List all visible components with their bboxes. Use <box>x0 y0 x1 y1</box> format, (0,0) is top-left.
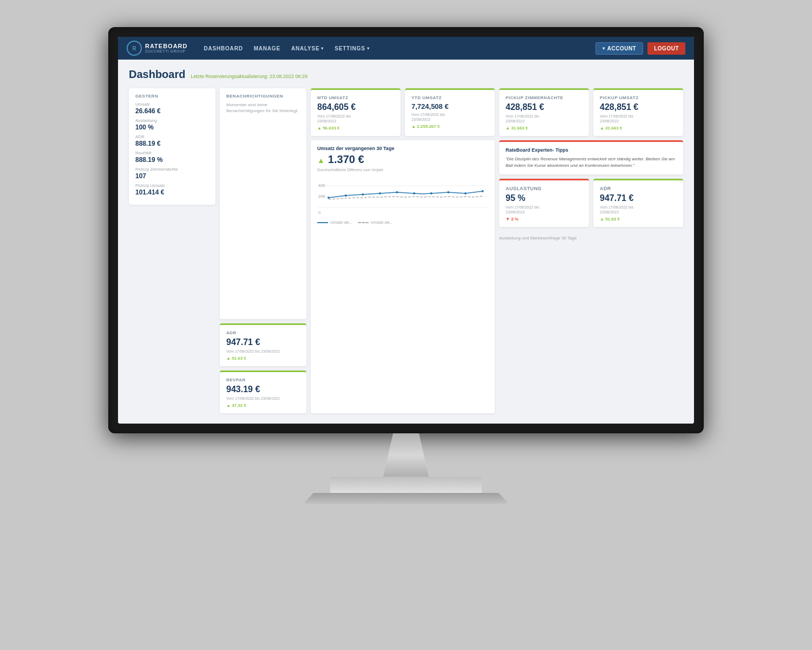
svg-point-12 <box>430 192 433 194</box>
chevron-down-icon: ▾ <box>321 46 324 51</box>
kpi-mtd: MTD Umsatz 864,605 € Vom 17/08/2022 bis2… <box>311 88 401 136</box>
chart-30-card: Umsatz der vergangenen 30 Tage ▲ 1.370 €… <box>311 140 495 413</box>
nav-dashboard[interactable]: DASHBOARD <box>204 46 243 51</box>
chart-legend: Umsatz die... Umsatz die... <box>317 220 488 224</box>
main-content: Dashboard Letzte Reservierungsaktualisie… <box>118 60 694 424</box>
adr-bottom-value: 947.71 € <box>226 337 300 347</box>
auslastung-label: Auslastung <box>506 186 582 191</box>
kpi-mtd-label: MTD Umsatz <box>317 95 394 100</box>
right-kpi-adr: ADR 947.71 € Vom 17/08/2022 bis23/08/202… <box>593 179 683 227</box>
kpi-pickup-zimmer-change: 31.663 € <box>506 126 582 131</box>
account-button[interactable]: ▾ ACCOUNT <box>595 42 643 55</box>
svg-text:0: 0 <box>318 211 320 215</box>
right-kpi-auslastung: Auslastung 95 % Vom 17/08/2022 bis23/08/… <box>499 179 589 227</box>
kpi-ytd-value: 7,724,508 € <box>411 102 488 110</box>
revpar-bottom-value: 943.19 € <box>226 385 300 394</box>
pickup-umsatz-value: 101.414 € <box>135 188 209 196</box>
monitor-base-top <box>330 477 482 493</box>
kpi-pickup-umsatz-period: Vom 17/08/2022 bis23/08/2022 <box>600 114 677 123</box>
pickup-zimmer-label: PickUp Zimmernächte <box>135 167 209 172</box>
legend-line-gray <box>358 222 369 223</box>
chart-big-value: 1.370 € <box>328 153 364 166</box>
adr-value: 888.19 € <box>135 140 209 147</box>
umsatz-label: Umsatz <box>135 102 209 107</box>
tips-half: RateBoard Experten- Tipps "Die Disziplin… <box>499 140 683 413</box>
adr-bottom-period: Vom 17/08/2022 bis 23/08/2022 <box>226 349 300 354</box>
legend-label-1: Umsatz die... <box>330 220 352 224</box>
svg-point-15 <box>481 190 483 192</box>
tips-title: RateBoard Experten- Tipps <box>506 147 677 153</box>
kpi-pickup-zimmer: PickUp Zimmernächte 428,851 € Vom 17/08/… <box>499 88 589 136</box>
chart-sub: Durchschnittliche Differenz zum Vorjahr <box>317 168 488 172</box>
tips-card: RateBoard Experten- Tipps "Die Disziplin… <box>499 140 683 174</box>
chevron-down-icon: ▾ <box>603 46 605 51</box>
kpi-pickup-zimmer-period: Vom 17/08/2022 bis23/08/2022 <box>506 114 582 123</box>
svg-point-13 <box>447 191 449 193</box>
svg-point-14 <box>464 192 467 194</box>
revpar-bottom-period: Vom 17/08/2022 bis 23/08/2022 <box>226 396 300 401</box>
logo-text: RATEBOARD ZUCCHETTI GROUP <box>145 43 187 53</box>
dashboard-grid: Gestern Umsatz 26.646 € Auslastung 100 %… <box>129 88 683 413</box>
legend-line-blue <box>317 222 328 223</box>
kpi-ytd-label: YTD Umsatz <box>411 95 488 100</box>
umsatz-value: 26.646 € <box>135 107 209 115</box>
svg-point-9 <box>379 192 381 194</box>
svg-text:20K: 20K <box>318 194 325 199</box>
adr-bottom-change: ▲ 51.63 € <box>226 356 300 361</box>
kpi-ytd-period: Vom 17/08/2022 bis23/08/2022 <box>411 112 488 122</box>
auslastung-label: Auslastung <box>135 118 209 123</box>
legend-label-2: Umsatz die... <box>371 220 393 224</box>
nav-analyse[interactable]: ANALYSE ▾ <box>291 46 324 51</box>
notification-text: Momentan sind keine Benachrichtigungen f… <box>226 102 300 114</box>
page-title: Dashboard <box>129 68 185 81</box>
kpi-ytd: YTD Umsatz 7,724,508 € Vom 17/08/2022 bi… <box>405 88 495 136</box>
col2: Benachrichtigungen Momentan sind keine B… <box>220 88 306 413</box>
logo-sub: ZUCCHETTI GROUP <box>145 49 187 53</box>
kpi-pickup-umsatz-value: 428,851 € <box>600 102 677 112</box>
kpi-mtd-period: Vom 17/08/2022 bis23/08/2022 <box>317 114 394 123</box>
kpi-mtd-change: 56.633 € <box>317 126 394 131</box>
auslastung-change: 2 % <box>506 217 582 222</box>
navbar: R RATEBOARD ZUCCHETTI GROUP DASHBOARD MA… <box>118 37 694 60</box>
revpar-label: RevPAR <box>135 151 209 155</box>
chart-title: Umsatz der vergangenen 30 Tage <box>317 146 488 151</box>
notifications-title: Benachrichtigungen <box>226 94 300 99</box>
gestern-title: Gestern <box>135 94 209 99</box>
monitor-wrapper: R RATEBOARD ZUCCHETTI GROUP DASHBOARD MA… <box>81 27 731 623</box>
monitor-screen: R RATEBOARD ZUCCHETTI GROUP DASHBOARD MA… <box>118 37 694 424</box>
notifications-card: Benachrichtigungen Momentan sind keine B… <box>220 88 306 319</box>
adr-right-value: 947.71 € <box>600 193 677 203</box>
adr-bottom-label: ADR <box>226 330 300 335</box>
kpi-pickup-umsatz-label: Pickup Umsatz <box>600 95 677 100</box>
nav-actions: ▾ ACCOUNT LOGOUT <box>595 42 685 55</box>
svg-point-6 <box>328 197 330 199</box>
kpi-pickup-umsatz-change: 31.663 € <box>600 126 677 131</box>
svg-point-11 <box>413 192 415 194</box>
logout-button[interactable]: LOGOUT <box>647 42 685 55</box>
nav-manage[interactable]: MANAGE <box>254 46 280 51</box>
svg-point-7 <box>345 194 347 197</box>
kpi-ytd-change: 2.255.267 € <box>411 124 488 129</box>
logo-main: RATEBOARD <box>145 43 187 49</box>
monitor-neck <box>374 433 438 477</box>
revpar-value: 888.19 % <box>135 156 209 164</box>
col1: Gestern Umsatz 26.646 € Auslastung 100 %… <box>129 88 215 413</box>
nav-settings[interactable]: SETTINGS ▾ <box>335 46 369 51</box>
right-bottom-kpis: Auslastung 95 % Vom 17/08/2022 bis23/08/… <box>499 179 683 227</box>
adr-label: ADR <box>135 134 209 139</box>
kpi-pickup-zimmer-label: PickUp Zimmernächte <box>506 95 582 100</box>
bottom-footnote: Auslastung und Marktnachfrage 30 Tage <box>499 236 683 240</box>
pickup-umsatz-label: PickUp Umsatz <box>135 183 209 188</box>
legend-item-1: Umsatz die... <box>317 220 352 224</box>
auslastung-pct-value: 95 % <box>506 193 582 203</box>
kpi-mtd-value: 864,605 € <box>317 102 394 112</box>
nav-links: DASHBOARD MANAGE ANALYSE ▾ SETTINGS ▾ <box>204 46 585 51</box>
tips-text: "Die Disziplin des Revenue Managements e… <box>506 156 677 169</box>
adr-bottom-card: ADR 947.71 € Vom 17/08/2022 bis 23/08/20… <box>220 323 306 366</box>
adr-right-label: ADR <box>600 186 677 191</box>
logo-area: R RATEBOARD ZUCCHETTI GROUP <box>127 41 187 56</box>
monitor-base-bottom <box>303 493 509 504</box>
auslastung-value: 100 % <box>135 123 209 131</box>
kpi-pickup-umsatz: Pickup Umsatz 428,851 € Vom 17/08/2022 b… <box>593 88 683 136</box>
kpi-pickup-zimmer-value: 428,851 € <box>506 102 582 112</box>
